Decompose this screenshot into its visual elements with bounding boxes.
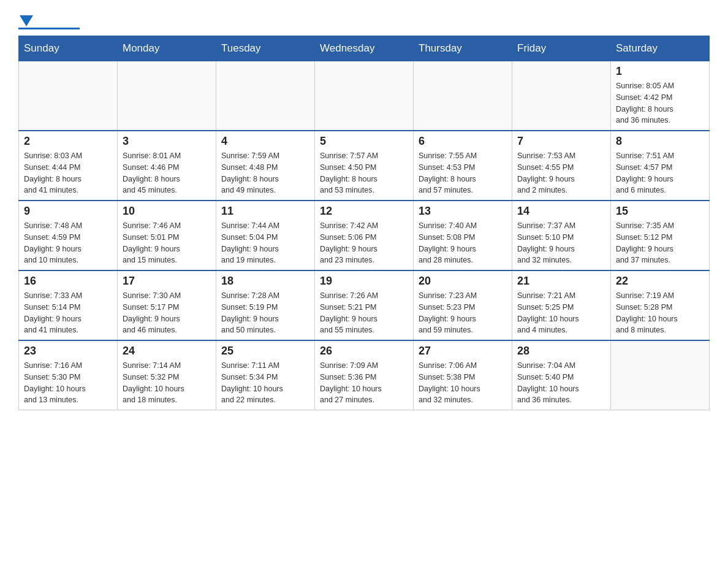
calendar-cell: 18Sunrise: 7:28 AM Sunset: 5:19 PM Dayli…: [216, 270, 315, 340]
day-info: Sunrise: 8:01 AM Sunset: 4:46 PM Dayligh…: [123, 150, 211, 196]
calendar-cell: 19Sunrise: 7:26 AM Sunset: 5:21 PM Dayli…: [315, 270, 414, 340]
calendar-cell: [216, 61, 315, 131]
day-info: Sunrise: 7:16 AM Sunset: 5:30 PM Dayligh…: [24, 360, 112, 406]
day-info: Sunrise: 7:21 AM Sunset: 5:25 PM Dayligh…: [517, 290, 605, 336]
calendar-cell: [414, 61, 512, 131]
svg-marker-0: [20, 15, 33, 26]
day-number: 26: [320, 345, 408, 358]
day-info: Sunrise: 8:03 AM Sunset: 4:44 PM Dayligh…: [24, 150, 112, 196]
calendar-cell: [19, 61, 118, 131]
day-number: 22: [616, 275, 704, 288]
day-number: 27: [419, 345, 507, 358]
calendar-cell: 26Sunrise: 7:09 AM Sunset: 5:36 PM Dayli…: [315, 340, 414, 410]
page-header: [18, 12, 710, 29]
week-row-5: 23Sunrise: 7:16 AM Sunset: 5:30 PM Dayli…: [19, 340, 710, 410]
day-number: 5: [320, 135, 408, 148]
day-info: Sunrise: 7:48 AM Sunset: 4:59 PM Dayligh…: [24, 220, 112, 266]
calendar-cell: 28Sunrise: 7:04 AM Sunset: 5:40 PM Dayli…: [512, 340, 611, 410]
day-info: Sunrise: 7:59 AM Sunset: 4:48 PM Dayligh…: [221, 150, 309, 196]
day-number: 1: [616, 65, 704, 78]
calendar-cell: 23Sunrise: 7:16 AM Sunset: 5:30 PM Dayli…: [19, 340, 118, 410]
day-number: 15: [616, 205, 704, 218]
calendar-cell: 24Sunrise: 7:14 AM Sunset: 5:32 PM Dayli…: [118, 340, 216, 410]
day-number: 6: [419, 135, 507, 148]
weekday-header-thursday: Thursday: [414, 36, 512, 61]
day-info: Sunrise: 7:46 AM Sunset: 5:01 PM Dayligh…: [123, 220, 211, 266]
calendar-cell: 12Sunrise: 7:42 AM Sunset: 5:06 PM Dayli…: [315, 201, 414, 270]
calendar-cell: 21Sunrise: 7:21 AM Sunset: 5:25 PM Dayli…: [512, 270, 611, 340]
week-row-2: 2Sunrise: 8:03 AM Sunset: 4:44 PM Daylig…: [19, 131, 710, 201]
day-info: Sunrise: 8:05 AM Sunset: 4:42 PM Dayligh…: [616, 80, 704, 126]
day-number: 28: [517, 345, 605, 358]
day-number: 20: [419, 275, 507, 288]
day-number: 2: [24, 135, 112, 148]
weekday-header-row: SundayMondayTuesdayWednesdayThursdayFrid…: [19, 36, 710, 61]
day-info: Sunrise: 7:57 AM Sunset: 4:50 PM Dayligh…: [320, 150, 408, 196]
day-number: 10: [123, 205, 211, 218]
calendar-cell: 9Sunrise: 7:48 AM Sunset: 4:59 PM Daylig…: [19, 201, 118, 270]
day-info: Sunrise: 7:40 AM Sunset: 5:08 PM Dayligh…: [419, 220, 507, 266]
calendar-cell: 14Sunrise: 7:37 AM Sunset: 5:10 PM Dayli…: [512, 201, 611, 270]
calendar-cell: 11Sunrise: 7:44 AM Sunset: 5:04 PM Dayli…: [216, 201, 315, 270]
calendar-cell: 4Sunrise: 7:59 AM Sunset: 4:48 PM Daylig…: [216, 131, 315, 201]
day-number: 13: [419, 205, 507, 218]
logo-triangle-icon: [20, 15, 33, 26]
day-number: 7: [517, 135, 605, 148]
day-info: Sunrise: 7:30 AM Sunset: 5:17 PM Dayligh…: [123, 290, 211, 336]
calendar-cell: [611, 340, 710, 410]
day-number: 12: [320, 205, 408, 218]
calendar-cell: 1Sunrise: 8:05 AM Sunset: 4:42 PM Daylig…: [611, 61, 710, 131]
day-number: 25: [221, 345, 309, 358]
week-row-3: 9Sunrise: 7:48 AM Sunset: 4:59 PM Daylig…: [19, 201, 710, 270]
weekday-header-monday: Monday: [118, 36, 216, 61]
day-info: Sunrise: 7:37 AM Sunset: 5:10 PM Dayligh…: [517, 220, 605, 266]
calendar-cell: 25Sunrise: 7:11 AM Sunset: 5:34 PM Dayli…: [216, 340, 315, 410]
day-info: Sunrise: 7:19 AM Sunset: 5:28 PM Dayligh…: [616, 290, 704, 336]
day-number: 8: [616, 135, 704, 148]
calendar-cell: 10Sunrise: 7:46 AM Sunset: 5:01 PM Dayli…: [118, 201, 216, 270]
day-info: Sunrise: 7:42 AM Sunset: 5:06 PM Dayligh…: [320, 220, 408, 266]
day-number: 19: [320, 275, 408, 288]
calendar-cell: 2Sunrise: 8:03 AM Sunset: 4:44 PM Daylig…: [19, 131, 118, 201]
day-info: Sunrise: 7:11 AM Sunset: 5:34 PM Dayligh…: [221, 360, 309, 406]
calendar-cell: 8Sunrise: 7:51 AM Sunset: 4:57 PM Daylig…: [611, 131, 710, 201]
day-info: Sunrise: 7:33 AM Sunset: 5:14 PM Dayligh…: [24, 290, 112, 336]
calendar-cell: 27Sunrise: 7:06 AM Sunset: 5:38 PM Dayli…: [414, 340, 512, 410]
logo: [18, 15, 80, 29]
calendar-cell: [315, 61, 414, 131]
day-info: Sunrise: 7:23 AM Sunset: 5:23 PM Dayligh…: [419, 290, 507, 336]
calendar-cell: 17Sunrise: 7:30 AM Sunset: 5:17 PM Dayli…: [118, 270, 216, 340]
day-number: 9: [24, 205, 112, 218]
day-number: 17: [123, 275, 211, 288]
calendar-cell: 22Sunrise: 7:19 AM Sunset: 5:28 PM Dayli…: [611, 270, 710, 340]
day-info: Sunrise: 7:55 AM Sunset: 4:53 PM Dayligh…: [419, 150, 507, 196]
day-info: Sunrise: 7:09 AM Sunset: 5:36 PM Dayligh…: [320, 360, 408, 406]
day-info: Sunrise: 7:14 AM Sunset: 5:32 PM Dayligh…: [123, 360, 211, 406]
day-number: 11: [221, 205, 309, 218]
day-info: Sunrise: 7:51 AM Sunset: 4:57 PM Dayligh…: [616, 150, 704, 196]
day-info: Sunrise: 7:28 AM Sunset: 5:19 PM Dayligh…: [221, 290, 309, 336]
day-number: 24: [123, 345, 211, 358]
day-info: Sunrise: 7:53 AM Sunset: 4:55 PM Dayligh…: [517, 150, 605, 196]
day-info: Sunrise: 7:04 AM Sunset: 5:40 PM Dayligh…: [517, 360, 605, 406]
day-number: 3: [123, 135, 211, 148]
week-row-4: 16Sunrise: 7:33 AM Sunset: 5:14 PM Dayli…: [19, 270, 710, 340]
weekday-header-sunday: Sunday: [19, 36, 118, 61]
calendar-cell: 20Sunrise: 7:23 AM Sunset: 5:23 PM Dayli…: [414, 270, 512, 340]
calendar-cell: 7Sunrise: 7:53 AM Sunset: 4:55 PM Daylig…: [512, 131, 611, 201]
day-number: 18: [221, 275, 309, 288]
calendar-cell: 16Sunrise: 7:33 AM Sunset: 5:14 PM Dayli…: [19, 270, 118, 340]
calendar-cell: 5Sunrise: 7:57 AM Sunset: 4:50 PM Daylig…: [315, 131, 414, 201]
calendar-cell: [118, 61, 216, 131]
weekday-header-friday: Friday: [512, 36, 611, 61]
calendar-cell: [512, 61, 611, 131]
day-number: 16: [24, 275, 112, 288]
week-row-1: 1Sunrise: 8:05 AM Sunset: 4:42 PM Daylig…: [19, 61, 710, 131]
calendar-cell: 3Sunrise: 8:01 AM Sunset: 4:46 PM Daylig…: [118, 131, 216, 201]
calendar-cell: 6Sunrise: 7:55 AM Sunset: 4:53 PM Daylig…: [414, 131, 512, 201]
day-info: Sunrise: 7:06 AM Sunset: 5:38 PM Dayligh…: [419, 360, 507, 406]
day-info: Sunrise: 7:44 AM Sunset: 5:04 PM Dayligh…: [221, 220, 309, 266]
day-number: 21: [517, 275, 605, 288]
day-info: Sunrise: 7:26 AM Sunset: 5:21 PM Dayligh…: [320, 290, 408, 336]
weekday-header-saturday: Saturday: [611, 36, 710, 61]
